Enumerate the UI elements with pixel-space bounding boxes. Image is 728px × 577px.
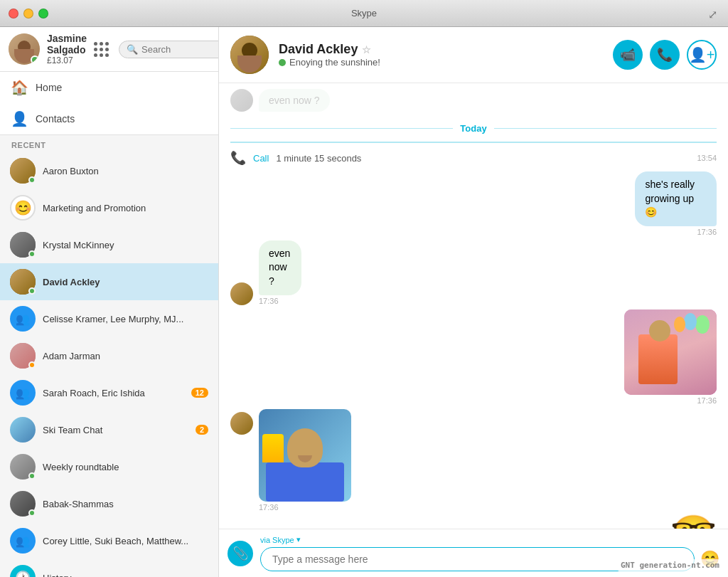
window-controls	[9, 9, 48, 18]
list-item[interactable]: 👥 Celisse Kramer, Lee Murphy, MJ...	[0, 300, 218, 337]
message-time: 17:36	[259, 503, 279, 512]
close-button[interactable]	[9, 9, 18, 18]
contact-name: David Ackley	[43, 277, 208, 287]
contact-name: Marketing and Promotion	[43, 203, 208, 213]
recent-label: RECENT	[0, 135, 218, 152]
maximize-button[interactable]	[38, 9, 48, 18]
avatar	[230, 412, 253, 435]
list-item[interactable]: Babak-Shammas	[0, 485, 218, 522]
avatar	[10, 158, 36, 184]
avatar	[9, 33, 40, 65]
call-label: Call	[253, 153, 269, 164]
user-balance: £13.07	[47, 55, 87, 65]
avatar	[10, 491, 36, 517]
online-indicator	[279, 59, 286, 66]
watermark: GNT generation-nt.com	[618, 559, 722, 571]
status-indicator	[28, 509, 36, 517]
search-input[interactable]	[141, 44, 219, 55]
avatar	[10, 269, 36, 295]
expand-icon[interactable]: ⤢	[708, 8, 719, 19]
list-item[interactable]: Weekly roundtable	[0, 448, 218, 485]
history-item[interactable]: 🕐 History	[0, 559, 218, 577]
contact-name: Corey Little, Suki Beach, Matthew...	[43, 536, 208, 546]
favorite-icon[interactable]: ☆	[362, 44, 371, 55]
voice-call-button[interactable]: 📞	[650, 40, 680, 70]
message-time: 17:36	[697, 228, 717, 236]
message-image[interactable]	[624, 309, 717, 395]
message-time: 17:36	[259, 297, 279, 305]
avatar	[10, 343, 36, 369]
window-title: Skype	[351, 8, 377, 18]
list-item[interactable]: Ski Team Chat 2	[0, 411, 218, 448]
message-time: 17:36	[697, 396, 717, 405]
chat-area: David Ackley ☆ Enoying the sunshine! 📹 📞…	[219, 27, 728, 577]
nav-section: 🏠 Home 👤 Contacts	[0, 72, 218, 135]
unread-badge: 2	[196, 425, 208, 435]
chevron-down-icon: ▾	[296, 535, 301, 544]
messages-area: even now ? Today 📞 Call 1 minute 15 seco…	[219, 83, 728, 529]
video-call-button[interactable]: 📹	[613, 40, 643, 70]
search-icon: 🔍	[127, 44, 138, 55]
add-contact-button[interactable]: 👤+	[687, 40, 717, 70]
user-name: Jasmine Salgado	[47, 33, 87, 55]
status-indicator	[28, 472, 36, 480]
chat-avatar	[230, 36, 269, 74]
status-indicator	[28, 176, 36, 184]
contact-name: Babak-Shammas	[43, 499, 208, 509]
nav-home[interactable]: 🏠 Home	[0, 72, 218, 103]
avatar	[230, 282, 253, 305]
message-bubble: even now ?	[259, 240, 301, 295]
message-wrapper: 17:36	[624, 309, 717, 405]
unread-badge: 12	[191, 388, 208, 398]
status-indicator	[28, 250, 36, 258]
list-item[interactable]: Adam Jarman	[0, 337, 218, 374]
list-item[interactable]: 👥 Corey Little, Suki Beach, Matthew...	[0, 522, 218, 559]
message-row: even now ? 17:36	[230, 240, 717, 305]
attach-button[interactable]: 📎	[228, 541, 253, 566]
app-container: Jasmine Salgado £13.07 🔍	[0, 27, 728, 577]
previous-message: even now ?	[230, 89, 717, 112]
via-skype-label: via Skype ▾	[260, 535, 719, 544]
contact-name: Krystal McKinney	[43, 240, 208, 250]
message-wrapper: 🤓 17:36	[670, 516, 717, 529]
avatar	[10, 417, 36, 443]
history-icon: 🕐	[10, 565, 36, 577]
message-row: 17:36	[230, 409, 717, 512]
minimize-button[interactable]	[23, 9, 33, 18]
contacts-icon: 👤	[11, 111, 27, 127]
unread-divider	[230, 142, 717, 143]
avatar: 😊	[10, 195, 36, 221]
day-separator: Today	[230, 122, 717, 134]
call-time: 13:54	[697, 154, 717, 162]
list-item[interactable]: 👥 Sarah Roach, Eric Ishida 12	[0, 374, 218, 411]
contact-name: Aaron Buxton	[43, 166, 208, 176]
titlebar: Skype ⤢	[0, 0, 728, 27]
list-item[interactable]: David Ackley	[0, 263, 218, 300]
message-row: she's really growing up 😊 17:36	[230, 171, 717, 236]
contact-name: Sarah Roach, Eric Ishida	[43, 388, 184, 398]
apps-icon[interactable]	[94, 42, 109, 57]
nav-contacts[interactable]: 👤 Contacts	[0, 103, 218, 134]
status-indicator	[28, 361, 36, 369]
contact-name: Adam Jarman	[43, 351, 208, 361]
phone-icon: 📞	[230, 150, 246, 166]
message-row: 🤓 17:36	[230, 516, 717, 529]
list-item[interactable]: 😊 Marketing and Promotion	[0, 189, 218, 226]
message-row: 17:36	[230, 309, 717, 405]
message-wrapper: 17:36	[259, 409, 351, 512]
call-duration: 1 minute 15 seconds	[276, 153, 361, 164]
sidebar: Jasmine Salgado £13.07 🔍	[0, 27, 219, 577]
chat-user-info: David Ackley ☆ Enoying the sunshine!	[279, 42, 603, 68]
message-image[interactable]	[259, 409, 351, 502]
status-indicator	[28, 287, 36, 295]
user-info: Jasmine Salgado £13.07	[47, 33, 87, 65]
message-bubble: she's really growing up 😊	[635, 171, 717, 226]
status-indicator	[31, 55, 39, 64]
list-item[interactable]: Aaron Buxton	[0, 152, 218, 189]
list-item[interactable]: Krystal McKinney	[0, 226, 218, 263]
search-bar[interactable]: 🔍	[119, 41, 219, 58]
chat-header: David Ackley ☆ Enoying the sunshine! 📹 📞…	[219, 27, 728, 83]
avatar: 👥	[10, 528, 36, 554]
home-icon: 🏠	[11, 80, 27, 95]
contacts-list: Aaron Buxton 😊 Marketing and Promotion K…	[0, 152, 218, 577]
